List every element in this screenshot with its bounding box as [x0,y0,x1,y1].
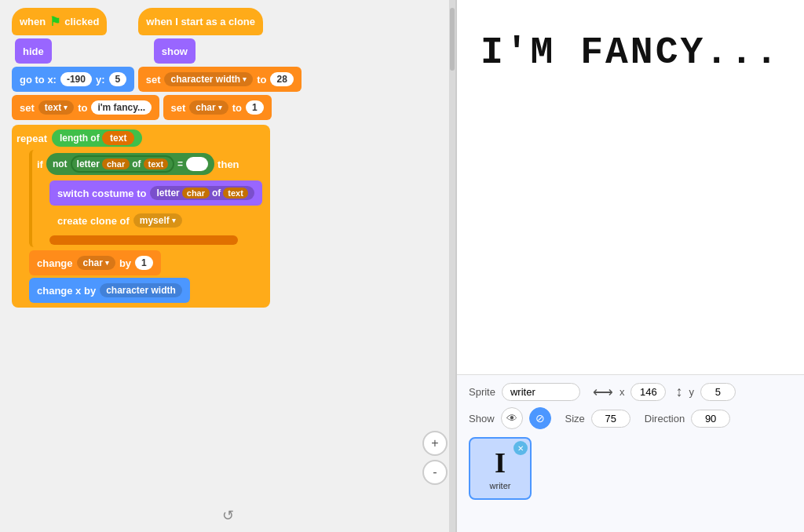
direction-input[interactable] [691,410,730,428]
of-label-1: of [132,159,141,169]
text-oval-2[interactable]: text [223,188,248,199]
to-label-2: to [78,102,87,114]
text-var-oval[interactable]: text [102,131,134,145]
text-oval-1[interactable]: text [144,159,169,169]
set-label-1: set [146,74,161,86]
scrollbar[interactable] [449,0,455,532]
to-label-1: to [257,74,266,86]
myself-dropdown[interactable]: ▾ [172,217,176,224]
of-label-2: of [212,188,221,199]
goto-label: go to x: [20,74,57,86]
right-panel: I'M FANCY... Sprite ⟷ x ↕ y Show 👁 ⊘ Siz… [455,0,804,532]
create-clone-label: create clone of [57,215,130,227]
length-of-block[interactable]: length of text [52,129,142,147]
flag-icon: ⚑ [49,14,60,29]
sprite-thumb-letter: I [495,446,506,479]
show-label: Show [469,413,495,425]
eye-icon[interactable]: 👁 [501,407,523,429]
zoom-in-button[interactable]: + [422,431,448,456]
y-coord-input[interactable] [700,383,736,401]
y-label: y: [96,74,105,86]
letter-label-1: letter [77,159,100,169]
when-clicked-block[interactable]: when ⚑ clicked [12,8,107,35]
show-label: show [162,46,188,57]
hide-block[interactable]: hide [15,38,52,64]
char-var-2-dropdown[interactable]: ▾ [105,259,109,267]
if-label: if [37,159,43,170]
switch-costume-label: switch costume to [57,188,146,199]
char-var-2[interactable]: char ▾ [77,256,115,270]
sprite-thumb-name: writer [490,481,511,490]
change-label: change [37,257,73,269]
repeat-label: repeat [16,133,47,144]
letter-char-of-text-oval[interactable]: letter char of text [150,186,254,200]
refresh-icon[interactable]: ↺ [222,507,234,524]
myself-var[interactable]: myself ▾ [133,213,182,228]
sprite-panel: Sprite ⟷ x ↕ y Show 👁 ⊘ Size Direction ✕… [457,375,804,532]
stage-text: I'M FANCY... [481,31,780,74]
create-clone-block[interactable]: create clone of myself ▾ [49,208,262,233]
eye-slash-icon[interactable]: ⊘ [529,407,551,429]
zoom-controls: + - [422,431,448,485]
y-label: y [689,386,694,398]
char-oval-2[interactable]: char [182,188,210,199]
y-value[interactable]: 5 [109,72,127,86]
scrollbar-thumb[interactable] [450,8,455,71]
char-value[interactable]: 1 [246,100,264,115]
stage-area: I'M FANCY... [457,0,804,375]
then-label: then [217,159,239,170]
sprite-delete-button[interactable]: ✕ [513,441,528,455]
change-by-value[interactable]: 1 [135,256,153,270]
clicked-label: clicked [64,16,99,27]
char-dropdown[interactable]: ▾ [218,104,222,111]
equals-value[interactable] [186,157,208,171]
arrow-icon: ⟷ [593,384,613,401]
set-char-block[interactable]: set char ▾ to 1 [163,95,272,120]
hide-label: hide [23,46,44,57]
code-panel: when ⚑ clicked when I start as a clone h… [0,0,455,532]
go-to-block[interactable]: go to x: -190 y: 5 [12,67,134,92]
to-label-3: to [232,102,242,114]
change-x-block[interactable]: change x by character width [29,278,190,303]
when-clone-label: when I start as a clone [146,16,255,27]
letter-label-2: letter [156,188,179,199]
set-label-3: set [171,102,186,114]
char-width-var-2[interactable]: character width [100,283,182,297]
x-label: x [619,386,625,398]
char-width-var[interactable]: character width ▾ [164,72,253,86]
not-label: not [53,159,68,169]
equals-label: = [177,159,183,169]
updown-icon: ↕ [675,384,682,400]
when-clone-block[interactable]: when I start as a clone [138,8,263,35]
set-text-block[interactable]: set text ▾ to i'm fancy... [12,95,159,120]
char-width-dropdown[interactable]: ▾ [243,75,247,83]
set-char-width-block[interactable]: set character width ▾ to 28 [138,67,302,92]
x-coord-input[interactable] [630,383,666,401]
set-label-2: set [20,102,35,114]
sprite-name-input[interactable] [502,383,580,401]
direction-label: Direction [645,413,685,425]
sprite-thumbnail[interactable]: ✕ I writer [469,437,532,500]
size-input[interactable] [591,410,630,428]
by-label: by [119,257,131,269]
char-width-value[interactable]: 28 [270,72,293,86]
sprite-label: Sprite [469,386,495,398]
change-char-block[interactable]: change char ▾ by 1 [29,250,161,275]
text-value[interactable]: i'm fancy... [91,100,152,115]
show-block[interactable]: show [154,38,196,64]
text-var[interactable]: text ▾ [38,100,74,115]
when-label: when [20,16,46,27]
zoom-out-button[interactable]: - [422,460,448,485]
x-value[interactable]: -190 [60,72,92,86]
sprite-thumbnail-area: ✕ I writer [469,437,792,500]
switch-costume-block[interactable]: switch costume to letter char of text [49,180,262,206]
char-var[interactable]: char ▾ [189,100,228,115]
char-oval-1[interactable]: char [102,159,130,169]
text-dropdown[interactable]: ▾ [64,104,68,111]
change-x-label: change x by [37,285,96,297]
size-label: Size [565,413,585,425]
empty-bar [49,235,238,245]
